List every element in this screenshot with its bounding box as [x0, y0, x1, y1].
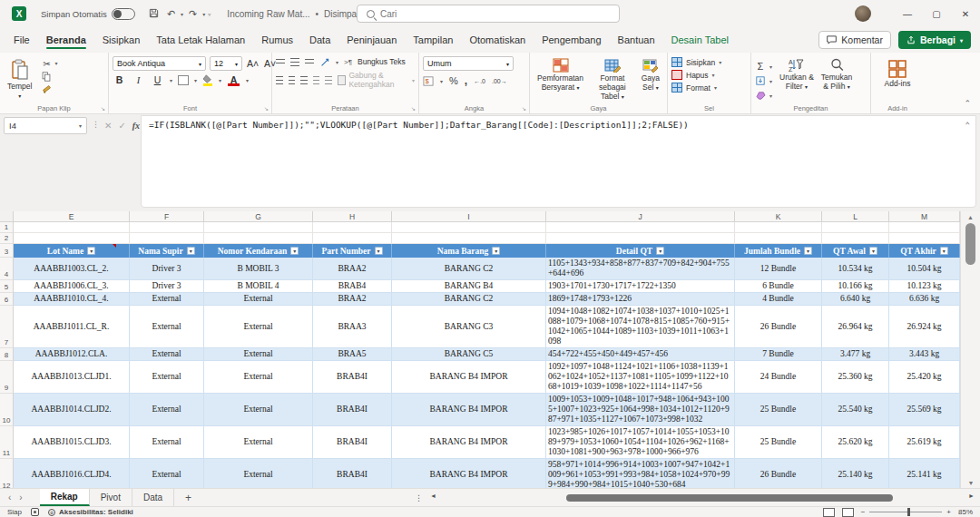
cell[interactable]: Driver 3 [130, 258, 204, 280]
cell[interactable]: External [130, 426, 204, 459]
cell[interactable]: 26.964 kg [822, 306, 889, 348]
cell[interactable]: 6.640 kg [822, 293, 889, 306]
filter-button[interactable]: ▾ [492, 247, 500, 255]
cell[interactable] [14, 222, 130, 233]
ribbon-tab-otomatiskan[interactable]: Otomatiskan [461, 30, 534, 50]
document-title[interactable]: Incoming Raw Mat... [227, 9, 309, 19]
row-header-9[interactable]: 9 [0, 361, 14, 394]
column-header-L[interactable]: L [822, 211, 889, 222]
row-header-10[interactable]: 10 [0, 394, 14, 426]
cell[interactable]: External [204, 348, 313, 361]
cell[interactable]: AAABBJ1012.CLA. [14, 348, 130, 361]
search-input[interactable]: Cari [357, 5, 620, 23]
cell[interactable]: BARANG C2 [392, 258, 546, 280]
cell[interactable]: External [130, 293, 204, 306]
font-dialog-launcher-icon[interactable]: ↘ [264, 105, 269, 112]
cell[interactable]: External [130, 394, 204, 426]
accessibility-status[interactable]: ☆ Aksesibilitas: Selidiki [48, 508, 133, 516]
paste-button[interactable]: Tempel▾ [4, 57, 35, 102]
formula-enter-icon[interactable]: ✓ [118, 121, 125, 131]
cell[interactable] [14, 233, 130, 244]
cell[interactable] [392, 222, 546, 233]
cell[interactable]: 25 Bundle [735, 394, 822, 426]
underline-chevron-icon[interactable]: ▾ [170, 77, 172, 83]
percent-icon[interactable]: % [449, 75, 458, 86]
zoom-in-icon[interactable]: + [946, 508, 951, 516]
cell[interactable]: AAABBJ1006.CL_3. [14, 280, 130, 293]
cell[interactable]: BARANG B4 IMPOR [392, 361, 546, 394]
conditional-formatting-button[interactable]: PemformatanBersyarat ▾ [534, 56, 587, 94]
cell[interactable] [735, 233, 822, 244]
cell[interactable] [889, 233, 960, 244]
cell[interactable]: External [130, 361, 204, 394]
fill-color-icon[interactable] [202, 74, 213, 85]
cell[interactable]: 24 Bundle [735, 361, 822, 394]
cell[interactable]: 26 Bundle [735, 459, 822, 488]
column-header-J[interactable]: J [546, 211, 735, 222]
cell[interactable]: External [204, 306, 313, 348]
insert-cells-button[interactable]: Sisipkan▾ [671, 57, 721, 67]
cell[interactable]: 1903+1701+1730+1717+1722+1350 [546, 280, 735, 293]
zoom-level[interactable]: 85% [958, 508, 973, 516]
clipboard-more-icon[interactable]: ▾ [54, 60, 57, 66]
row-header-6[interactable]: 6 [0, 293, 14, 306]
find-select-button[interactable]: Temukan& Pilih ▾ [818, 56, 857, 93]
cell[interactable] [392, 233, 546, 244]
cell[interactable]: BRAB4I [313, 361, 392, 394]
cell[interactable]: BRAA2 [313, 293, 392, 306]
clear-icon[interactable] [755, 90, 766, 101]
autosave-toggle[interactable] [112, 8, 135, 20]
qat-customize-icon[interactable]: ▿ [208, 11, 211, 17]
cell[interactable]: External [130, 348, 204, 361]
cell[interactable]: BRAB4 [313, 280, 392, 293]
row-header-4[interactable]: 4 [0, 258, 14, 280]
cell[interactable]: BARANG C5 [392, 348, 546, 361]
scroll-left-icon[interactable]: ◄ [430, 493, 436, 499]
increase-indent-icon[interactable] [325, 76, 332, 84]
zoom-slider-thumb[interactable] [907, 508, 910, 516]
cell[interactable]: AAABBJ1015.CLJD3. [14, 426, 130, 459]
sheet-prev-icon[interactable]: ‹ [0, 493, 19, 502]
filter-button[interactable]: ▾ [869, 247, 877, 255]
cell[interactable]: 25.569 kg [889, 394, 960, 426]
align-center-icon[interactable] [289, 76, 296, 84]
table-header-cell[interactable]: Jumlah Bundle▾ [735, 244, 822, 258]
borders-chevron-icon[interactable]: ▾ [194, 77, 197, 83]
cell[interactable]: External [204, 426, 313, 459]
fill-icon[interactable] [755, 75, 766, 86]
cell[interactable]: BARANG C2 [392, 293, 546, 306]
cell[interactable]: External [204, 459, 313, 488]
cell[interactable]: AAABBJ1003.CL_2. [14, 258, 130, 280]
accounting-format-icon[interactable]: $ [423, 75, 434, 86]
align-left-icon[interactable] [276, 76, 283, 84]
formula-bar-drag-handle[interactable]: ⋮ [92, 120, 100, 129]
filter-button[interactable]: ▾ [187, 247, 195, 255]
cell[interactable]: BARANG B4 [392, 280, 546, 293]
font-name-select[interactable]: Book Antiqua▾ [113, 56, 206, 71]
cell[interactable]: 25.540 kg [822, 394, 889, 426]
number-format-select[interactable]: Umum▾ [423, 56, 514, 71]
clipboard-dialog-launcher-icon[interactable]: ↘ [101, 105, 105, 112]
avatar[interactable] [855, 5, 871, 22]
cell[interactable] [130, 233, 204, 244]
row-header-2[interactable]: 2 [0, 233, 14, 244]
cell[interactable]: 454+722+455+450+449+457+456 [546, 348, 735, 361]
table-header-cell[interactable]: Nama Supir▾ [130, 244, 204, 258]
cell[interactable]: BRAA2 [313, 258, 392, 280]
table-header-cell[interactable]: Detail QT▾ [546, 244, 735, 258]
ribbon-tab-sisipkan[interactable]: Sisipkan [94, 30, 149, 50]
cell[interactable]: 1023+985+1026+1017+1057+1014+1055+1053+1… [546, 426, 735, 459]
cell[interactable]: BARANG B4 IMPOR [392, 394, 546, 426]
format-cells-button[interactable]: Format▾ [671, 83, 717, 93]
cell[interactable]: 12 Bundle [735, 258, 822, 280]
table-header-cell[interactable]: Lot Name▾ [14, 244, 130, 258]
formula-input[interactable]: =IF(ISBLANK([@[Part Number]]);"";VLOOKUP… [141, 115, 976, 208]
redo-icon[interactable]: ↷ [186, 7, 200, 21]
cell[interactable]: 1105+1343+934+858+877+837+709+842+904+75… [546, 258, 735, 280]
cell[interactable]: 26.924 kg [889, 306, 960, 348]
filter-button[interactable]: ▾ [290, 247, 299, 255]
cell[interactable]: AAABBJ1011.CL_R. [14, 306, 130, 348]
filter-button[interactable]: ▾ [940, 247, 948, 255]
alignment-dialog-launcher-icon[interactable]: ↘ [411, 105, 416, 112]
name-box[interactable]: I4 ▾ [4, 117, 87, 134]
